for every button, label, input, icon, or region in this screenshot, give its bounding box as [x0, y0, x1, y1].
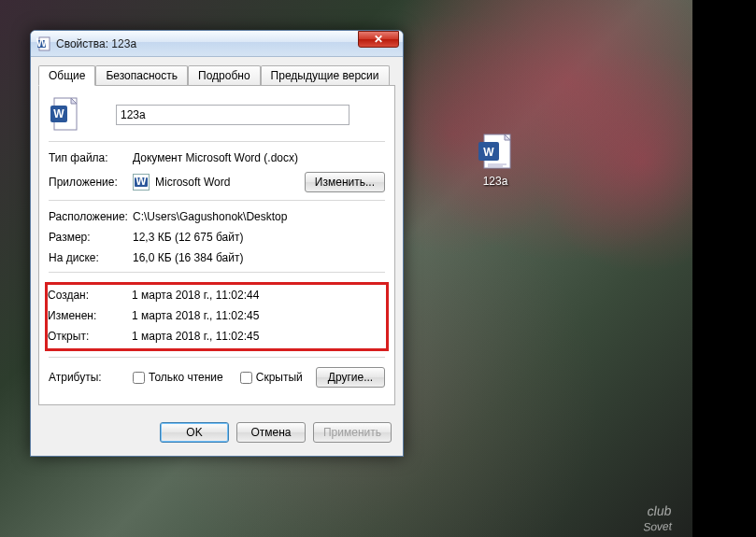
hidden-checkbox[interactable]	[240, 372, 252, 384]
application-label: Приложение:	[49, 176, 133, 189]
size-on-disk-value: 16,0 КБ (16 384 байт)	[133, 251, 243, 264]
modified-value: 1 марта 2018 г., 11:02:45	[132, 309, 259, 322]
tab-panel-general: W Тип файла: Документ Microsoft Word (.d…	[38, 85, 395, 405]
application-value: Microsoft Word	[155, 176, 230, 189]
size-value: 12,3 КБ (12 675 байт)	[133, 231, 243, 244]
accessed-label: Открыт:	[48, 330, 132, 343]
dialog-footer: OK Отмена Применить	[31, 413, 403, 456]
close-icon: ✕	[374, 33, 383, 46]
properties-dialog: W Свойства: 123a ✕ Общие Безопасность По…	[30, 30, 404, 457]
readonly-checkbox[interactable]	[133, 372, 145, 384]
location-label: Расположение:	[49, 210, 133, 223]
ok-button[interactable]: OK	[160, 422, 229, 443]
tab-previous-versions[interactable]: Предыдущие версии	[261, 65, 390, 85]
black-edge	[692, 0, 756, 537]
cancel-button[interactable]: Отмена	[236, 422, 306, 443]
size-on-disk-label: На диске:	[49, 251, 133, 264]
readonly-checkbox-wrap[interactable]: Только чтение	[133, 371, 223, 384]
created-label: Создан:	[48, 289, 132, 302]
tab-security[interactable]: Безопасность	[95, 65, 188, 85]
file-type-icon: W	[49, 96, 80, 134]
tab-general[interactable]: Общие	[38, 65, 95, 86]
tab-details[interactable]: Подробно	[188, 65, 261, 85]
svg-text:W: W	[53, 107, 64, 120]
created-value: 1 марта 2018 г., 11:02:44	[132, 289, 259, 302]
svg-text:W: W	[483, 146, 494, 159]
location-value: C:\Users\Gagushonok\Desktop	[133, 210, 287, 223]
svg-text:W: W	[36, 36, 48, 49]
hidden-checkbox-wrap[interactable]: Скрытый	[240, 371, 303, 384]
filetype-label: Тип файла:	[49, 151, 133, 164]
titlebar[interactable]: W Свойства: 123a ✕	[31, 31, 403, 57]
other-attributes-button[interactable]: Другие...	[316, 367, 385, 388]
window-word-icon: W	[36, 36, 51, 51]
size-label: Размер:	[49, 231, 133, 244]
filetype-value: Документ Microsoft Word (.docx)	[133, 151, 298, 164]
word-document-icon: W	[475, 131, 516, 172]
application-icon: W	[133, 174, 150, 191]
change-application-button[interactable]: Изменить...	[305, 172, 385, 192]
window-title: Свойства: 123a	[56, 37, 358, 50]
watermark: club Sovet	[643, 502, 673, 537]
filename-input[interactable]	[116, 105, 349, 125]
svg-text:W: W	[136, 176, 147, 188]
desktop-file-icon[interactable]: W 123a	[462, 131, 529, 188]
modified-label: Изменен:	[48, 309, 132, 322]
hidden-label: Скрытый	[256, 371, 303, 384]
attributes-label: Атрибуты:	[49, 371, 133, 384]
desktop-file-label: 123a	[462, 175, 529, 188]
close-button[interactable]: ✕	[358, 31, 399, 48]
dates-highlight: Создан: 1 марта 2018 г., 11:02:44 Измене…	[45, 282, 389, 351]
readonly-label: Только чтение	[149, 371, 223, 384]
apply-button[interactable]: Применить	[313, 422, 392, 443]
accessed-value: 1 марта 2018 г., 11:02:45	[132, 330, 259, 343]
